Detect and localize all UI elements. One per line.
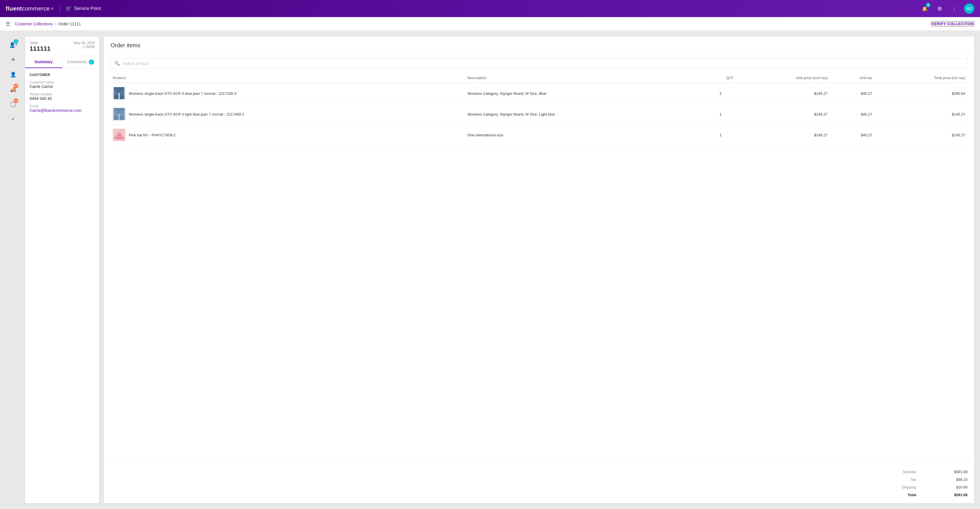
email-label: Email [30,104,95,108]
sidebar-item-person[interactable]: 👤 [7,68,19,81]
sidebar-item-airplane[interactable]: ✈ [7,54,19,66]
more-button[interactable]: ⋮ [949,3,959,14]
search-input[interactable] [122,61,964,66]
order-panel: Order 111111 May 04, 2020 1:35PM Summary… [25,36,99,503]
total-label: Total [882,493,916,497]
product-qty: 1 [705,104,735,125]
svg-rect-4 [114,95,119,99]
check-icon: ✓ [11,116,15,122]
product-unit-tax: $45.27 [830,125,875,146]
breadcrumb-separator: > [54,22,57,26]
product-total-price: $290.54 [874,83,967,104]
product-description: Womens Category, Stynger Brand, M Size, … [465,83,706,104]
order-items-table: Product Description QTY Unit price (excl… [111,73,967,146]
totals-section: Subtotal $581.08 Tax $58.10 Shipping $10… [104,463,974,503]
table-row: Womens single-track GTX XCR II light blu… [111,104,967,125]
customer-name-label: Customer name [30,80,95,84]
order-items-table-container: Product Description QTY Unit price (excl… [104,73,974,463]
svg-rect-11 [120,116,124,120]
subtotal-row: Subtotal $581.08 [111,468,967,476]
email-value[interactable]: Carrie@fluentcommerce.com [30,108,95,113]
order-date-section: May 04, 2020 1:35PM [74,41,95,49]
header-actions: 🔔 3 ⊞ ⋮ GJ [920,3,974,14]
svg-rect-5 [120,95,124,99]
comments-badge: 1 [89,60,94,65]
service-point-label: Service Point [74,6,101,11]
order-header: Order 111111 May 04, 2020 1:35PM [25,36,99,56]
sidebar-item-truck[interactable]: 🚚 10 [7,83,19,96]
customer-section-title: CUSTOMER [30,73,95,77]
product-image [113,108,125,121]
avatar-initials: GJ [967,6,972,11]
order-label: Order [30,41,51,45]
search-bar: 🔍 [111,58,967,68]
sidebar-item-clipboard[interactable]: 📋 10 [7,98,19,111]
svg-rect-3 [118,89,120,93]
phone-row: Phone number 0404 040 40 [30,92,95,101]
product-name: Pink hat NY - PHNY17459-2 [129,133,175,137]
content-header: Order items [104,36,974,54]
order-time: 1:35PM [74,45,95,49]
notifications-button[interactable]: 🔔 3 [920,3,930,14]
tab-comments[interactable]: Comments 1 [62,56,99,68]
total-value: $591.08 [933,493,967,497]
product-cell: Womens single-track GTX XCR II light blu… [111,104,465,125]
sidebar-badge-2: 2 [14,39,18,44]
breadcrumb: Customer Collections > Order 11111 [15,22,81,26]
cart-icon: 🛒 [65,5,72,12]
tab-summary[interactable]: Summary [25,56,62,68]
svg-rect-9 [118,110,120,114]
col-unit-price: Unit price (excl tax) [735,73,830,83]
product-cell: Womens single-track GTX XCR II blue jean… [111,83,465,104]
breadcrumb-collections-link[interactable]: Customer Collections [15,22,53,26]
col-product: Product [111,73,465,83]
logo-light: commerce [22,5,49,12]
airplane-icon: ✈ [11,57,15,63]
sidebar-badge-10b: 10 [14,98,18,103]
order-number: 111111 [30,45,51,52]
customer-name-row: Customer name Carrie Carrot [30,80,95,89]
phone-value: 0404 040 40 [30,96,95,101]
table-row: Womens single-track GTX XCR II blue jean… [111,83,967,104]
product-unit-tax: $45.27 [830,83,875,104]
col-unit-tax: Unit tax [830,73,875,83]
product-cell: NY Pink hat NY - PHNY17459-2 [111,125,465,146]
main-content: Order items 🔍 Product Description QTY Un… [104,36,974,503]
app-header: fluentcommerce≋ 🛒 Service Point 🔔 3 ⊞ ⋮ … [0,0,980,17]
col-total-price: Total price (inc tax) [874,73,967,83]
email-row: Email Carrie@fluentcommerce.com [30,104,95,113]
breadcrumb-bar: ☰ Customer Collections > Order 11111 VER… [0,17,980,31]
verify-collection-button[interactable]: VERIFY COLLECTION [931,21,974,27]
service-point: 🛒 Service Point [65,5,101,12]
sidebar-badge-10a: 10 [14,84,18,88]
sidebar-item-user[interactable]: 👤 2 ▾ [7,39,19,51]
order-customer-section: CUSTOMER Customer name Carrie Carrot Pho… [25,68,99,121]
search-icon: 🔍 [114,61,120,66]
col-description: Description [465,73,706,83]
avatar[interactable]: GJ [964,3,974,14]
tax-label: Tax [882,477,916,482]
product-qty: 1 [705,125,735,146]
col-qty: QTY [705,73,735,83]
product-image: NY [113,128,125,141]
tax-row: Tax $58.10 [111,476,967,484]
sidebar-item-check[interactable]: ✓ [7,113,19,125]
hamburger-menu[interactable]: ☰ [6,21,10,27]
product-unit-price: $145.27 [735,83,830,104]
sidebar: 👤 2 ▾ ✈ 👤 🚚 10 📋 10 ✓ [6,36,21,503]
product-unit-price: $145.27 [735,125,830,146]
breadcrumb-current: Order 11111 [59,22,81,26]
product-name: Womens single-track GTX XCR II blue jean… [129,91,237,96]
logo-waves: ≋ [51,6,54,11]
product-total-price: $145.27 [874,104,967,125]
person-icon: 👤 [10,71,16,78]
product-description: Womens Category, Stynger Brand, M Size, … [465,104,706,125]
apps-button[interactable]: ⊞ [934,3,945,14]
product-unit-tax: $45.27 [830,104,875,125]
shipping-value: $10.00 [933,485,967,489]
shipping-row: Shipping $10.00 [111,484,967,491]
more-icon: ⋮ [952,6,957,11]
phone-label: Phone number [30,92,95,96]
product-image [113,87,125,100]
notification-badge: 3 [926,3,931,7]
